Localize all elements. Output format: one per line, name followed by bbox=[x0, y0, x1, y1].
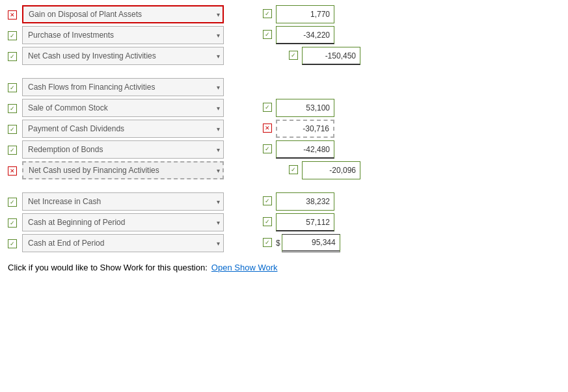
check-icon: ✓ bbox=[263, 30, 272, 39]
value-gain-disposal: 1,770 bbox=[276, 5, 334, 23]
dropdown-purchase-investments[interactable]: Purchase of Investments ▾ bbox=[22, 26, 224, 44]
check-net-cash-financing: ✕ bbox=[8, 165, 22, 176]
check-payment-dividends: ✓ bbox=[8, 124, 22, 134]
check-sale-common-stock: ✓ bbox=[8, 103, 22, 113]
check-icon: ✓ bbox=[8, 52, 17, 61]
select-cash-beginning[interactable]: Cash at Beginning of Period bbox=[22, 213, 224, 231]
dropdown-sale-common-stock[interactable]: Sale of Common Stock ▾ bbox=[22, 99, 224, 117]
dropdown-net-cash-financing[interactable]: Net Cash used by Financing Activities ▾ bbox=[22, 161, 224, 179]
check-icon: ✓ bbox=[8, 83, 17, 92]
select-purchase-investments[interactable]: Purchase of Investments bbox=[22, 26, 224, 44]
row-redemption-bonds: ✓ Redemption of Bonds ▾ ✓ -42,480 bbox=[8, 140, 560, 159]
select-gain-disposal[interactable]: Gain on Disposal of Plant Assets bbox=[22, 5, 224, 23]
x-icon: ✕ bbox=[8, 166, 17, 176]
value-area-purchase-investments: ✓ -34,220 bbox=[263, 26, 334, 44]
value-area-gain-disposal: ✓ 1,770 bbox=[263, 5, 334, 23]
select-net-cash-financing[interactable]: Net Cash used by Financing Activities bbox=[22, 161, 224, 179]
row-net-increase-cash: ✓ Net Increase in Cash ▾ ✓ 38,232 bbox=[8, 192, 560, 211]
select-sale-common-stock[interactable]: Sale of Common Stock bbox=[22, 99, 224, 117]
row-cash-flows-financing: ✓ Cash Flows from Financing Activities ▾ bbox=[8, 78, 560, 96]
open-show-work-link[interactable]: Open Show Work bbox=[211, 263, 278, 272]
row-cash-end: ✓ Cash at End of Period ▾ ✓ $ 95,344 bbox=[8, 234, 560, 252]
check-icon: ✓ bbox=[8, 125, 17, 134]
select-redemption-bonds[interactable]: Redemption of Bonds bbox=[22, 140, 224, 159]
check-redemption-bonds: ✓ bbox=[8, 144, 22, 155]
dropdown-net-increase-cash[interactable]: Net Increase in Cash ▾ bbox=[22, 192, 224, 211]
row-cash-beginning: ✓ Cash at Beginning of Period ▾ ✓ 57,112 bbox=[8, 213, 560, 231]
dollar-sign: $ bbox=[276, 239, 280, 248]
check-icon: ✓ bbox=[8, 239, 17, 248]
show-work-row: Click if you would like to Show Work for… bbox=[8, 263, 560, 272]
value-area-net-cash-investing: ✓ -150,450 bbox=[289, 47, 360, 65]
check-cash-beginning: ✓ bbox=[8, 217, 22, 228]
check-gain-disposal: ✕ bbox=[8, 9, 22, 20]
check-net-cash-investing: ✓ bbox=[8, 51, 22, 61]
value-redemption-bonds: -42,480 bbox=[276, 140, 334, 159]
check-icon: ✓ bbox=[263, 9, 272, 18]
value-area-net-cash-financing: ✓ -20,096 bbox=[289, 161, 360, 179]
select-cash-end[interactable]: Cash at End of Period bbox=[22, 234, 224, 252]
dropdown-cash-flows-financing[interactable]: Cash Flows from Financing Activities ▾ bbox=[22, 78, 224, 96]
value-net-cash-financing: -20,096 bbox=[302, 161, 360, 179]
show-work-label: Click if you would like to Show Work for… bbox=[8, 263, 208, 272]
dropdown-payment-dividends[interactable]: Payment of Cash Dividends ▾ bbox=[22, 120, 224, 138]
check-icon: ✓ bbox=[8, 31, 17, 40]
select-net-cash-investing[interactable]: Net Cash used by Investing Activities bbox=[22, 47, 224, 65]
dropdown-cash-end[interactable]: Cash at End of Period ▾ bbox=[22, 234, 224, 252]
check-icon: ✓ bbox=[8, 218, 17, 228]
check-net-increase-cash: ✓ bbox=[8, 196, 22, 207]
check-icon: ✓ bbox=[263, 144, 272, 153]
row-net-cash-financing: ✕ Net Cash used by Financing Activities … bbox=[8, 161, 560, 179]
value-area-cash-beginning: ✓ 57,112 bbox=[263, 213, 334, 231]
check-icon: ✓ bbox=[289, 165, 298, 174]
check-icon: ✓ bbox=[263, 238, 272, 247]
check-icon: ✓ bbox=[8, 146, 17, 155]
value-area-redemption-bonds: ✓ -42,480 bbox=[263, 140, 334, 159]
value-area-payment-dividends: ✕ -30,716 bbox=[263, 120, 334, 138]
check-icon: ✓ bbox=[8, 104, 17, 113]
x-icon: ✕ bbox=[8, 10, 17, 20]
dropdown-net-cash-investing[interactable]: Net Cash used by Investing Activities ▾ bbox=[22, 47, 224, 65]
value-area-sale-common-stock: ✓ 53,100 bbox=[263, 99, 334, 117]
value-net-cash-investing: -150,450 bbox=[302, 47, 360, 65]
dropdown-gain-disposal[interactable]: Gain on Disposal of Plant Assets ▾ bbox=[22, 5, 224, 23]
value-cash-end: 95,344 bbox=[282, 234, 340, 252]
value-area-cash-end: ✓ $ 95,344 bbox=[263, 234, 340, 252]
row-sale-common-stock: ✓ Sale of Common Stock ▾ ✓ 53,100 bbox=[8, 99, 560, 117]
row-net-cash-investing: ✓ Net Cash used by Investing Activities … bbox=[8, 47, 560, 65]
select-payment-dividends[interactable]: Payment of Cash Dividends bbox=[22, 120, 224, 138]
x-icon: ✕ bbox=[263, 124, 272, 133]
dropdown-cash-beginning[interactable]: Cash at Beginning of Period ▾ bbox=[22, 213, 224, 231]
check-icon: ✓ bbox=[263, 217, 272, 226]
value-purchase-investments: -34,220 bbox=[276, 26, 334, 44]
value-net-increase-cash: 38,232 bbox=[276, 192, 334, 211]
dropdown-redemption-bonds[interactable]: Redemption of Bonds ▾ bbox=[22, 140, 224, 159]
check-cash-end: ✓ bbox=[8, 238, 22, 248]
check-icon: ✓ bbox=[263, 103, 272, 112]
check-icon: ✓ bbox=[8, 198, 17, 207]
select-cash-flows-financing[interactable]: Cash Flows from Financing Activities bbox=[22, 78, 224, 96]
check-icon: ✓ bbox=[263, 196, 272, 205]
value-area-net-increase-cash: ✓ 38,232 bbox=[263, 192, 334, 211]
select-net-increase-cash[interactable]: Net Increase in Cash bbox=[22, 192, 224, 211]
check-icon: ✓ bbox=[289, 51, 298, 60]
row-purchase-investments: ✓ Purchase of Investments ▾ ✓ -34,220 bbox=[8, 26, 560, 44]
value-payment-dividends: -30,716 bbox=[276, 120, 334, 138]
value-cash-beginning: 57,112 bbox=[276, 213, 334, 231]
row-payment-dividends: ✓ Payment of Cash Dividends ▾ ✕ -30,716 bbox=[8, 120, 560, 138]
check-cash-flows-financing: ✓ bbox=[8, 82, 22, 92]
check-purchase-investments: ✓ bbox=[8, 30, 22, 40]
row-gain-disposal: ✕ Gain on Disposal of Plant Assets ▾ ✓ 1… bbox=[8, 5, 560, 23]
value-sale-common-stock: 53,100 bbox=[276, 99, 334, 117]
